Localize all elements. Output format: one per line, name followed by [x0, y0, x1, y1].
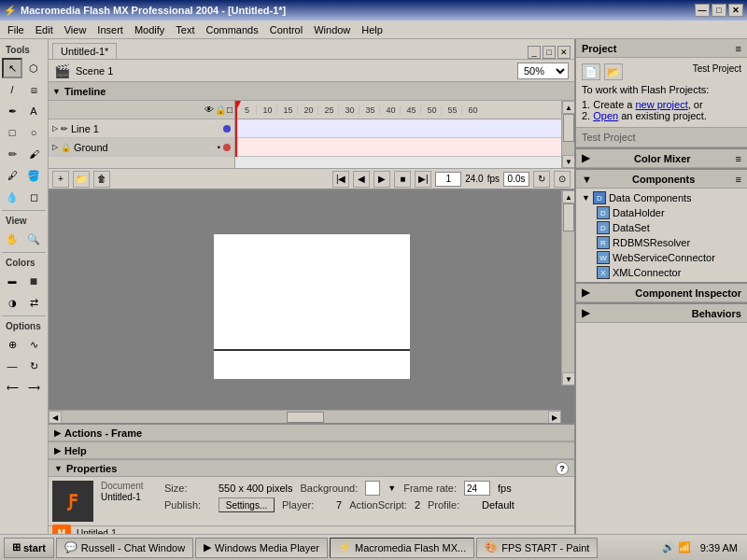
- doc-restore-btn[interactable]: □: [543, 46, 556, 59]
- taskbar-flash[interactable]: ⚡ Macromedia Flash MX...: [330, 538, 474, 558]
- outline-icon[interactable]: □: [227, 105, 233, 115]
- layer-eye-line1[interactable]: •: [212, 124, 215, 133]
- smooth-btn[interactable]: ∿: [23, 334, 44, 355]
- pencil-tool[interactable]: ✏: [2, 144, 22, 164]
- eye-icon[interactable]: 👁: [204, 105, 214, 115]
- components-options[interactable]: ≡: [736, 174, 741, 185]
- maximize-button[interactable]: □: [712, 4, 726, 17]
- canvas-hscroll-right[interactable]: ▶: [548, 411, 561, 423]
- start-button[interactable]: ⊞ start: [4, 538, 54, 558]
- scene-name[interactable]: Scene 1: [76, 65, 113, 77]
- project-open-btn[interactable]: 📂: [604, 63, 623, 80]
- layer-row-ground[interactable]: ▷ 🔒 Ground ✕ •: [49, 138, 234, 157]
- straighten-btn[interactable]: —: [2, 356, 22, 376]
- menu-window[interactable]: Window: [308, 22, 356, 37]
- close-button[interactable]: ✕: [728, 4, 743, 17]
- project-options-icon[interactable]: ≡: [736, 43, 741, 54]
- menu-help[interactable]: Help: [356, 22, 388, 37]
- canvas-vscroll-thumb[interactable]: [563, 203, 574, 231]
- canvas-area[interactable]: ▲ ▼ ◀ ▶: [49, 190, 574, 423]
- lock-icon[interactable]: 🔒: [215, 105, 226, 115]
- background-color-swatch[interactable]: [365, 481, 380, 496]
- properties-panel-header[interactable]: ▼ Properties ?: [49, 460, 574, 477]
- rotate-btn[interactable]: ↻: [23, 356, 44, 376]
- project-new-btn[interactable]: 📄: [582, 63, 600, 80]
- prev-frame-btn[interactable]: ◀: [353, 171, 370, 188]
- rect-tool[interactable]: □: [2, 122, 22, 143]
- taskbar-chat[interactable]: 💬 Russell - Chat Window: [56, 538, 193, 558]
- color-mixer-options[interactable]: ≡: [736, 153, 741, 164]
- behaviors-header[interactable]: ▶ Behaviors: [576, 304, 747, 323]
- webservice-item[interactable]: W WebServiceConnector: [578, 250, 745, 265]
- oval-tool[interactable]: ○: [23, 122, 44, 143]
- arrow-tool[interactable]: ↖: [2, 58, 22, 78]
- data-components-group[interactable]: ▼ D Data Components: [578, 190, 745, 205]
- open-project-link[interactable]: Open: [593, 110, 618, 121]
- delete-layer-btn[interactable]: 🗑: [93, 171, 110, 188]
- canvas-hscroll-thumb[interactable]: [287, 412, 324, 423]
- snap-btn[interactable]: ⊕: [2, 334, 22, 355]
- playhead[interactable]: [235, 101, 237, 157]
- dataset-item[interactable]: D DataSet: [578, 220, 745, 235]
- menu-edit[interactable]: Edit: [30, 22, 59, 37]
- time-input[interactable]: [503, 172, 529, 187]
- components-header[interactable]: ▼ Components ≡: [576, 170, 747, 189]
- rdbmsresolver-item[interactable]: R RDBMSResolver: [578, 235, 745, 250]
- loop-btn[interactable]: ↻: [533, 171, 550, 188]
- menu-view[interactable]: View: [59, 22, 92, 37]
- menu-text[interactable]: Text: [170, 22, 200, 37]
- first-frame-btn[interactable]: |◀: [332, 171, 349, 188]
- layer-eye-ground[interactable]: ✕: [207, 143, 215, 152]
- pen-tool[interactable]: ✒: [2, 101, 22, 121]
- fill-color[interactable]: ■: [23, 271, 44, 291]
- help-panel-header[interactable]: ▶ Help: [49, 442, 574, 459]
- menu-insert[interactable]: Insert: [92, 22, 129, 37]
- scale-fwd-btn[interactable]: ⟶: [23, 377, 44, 398]
- eyedrop-tool[interactable]: 💧: [2, 187, 22, 207]
- frame-rate-input[interactable]: [464, 481, 490, 496]
- settings-btn[interactable]: Settings...: [218, 497, 275, 512]
- scale-back-btn[interactable]: ⟵: [2, 377, 22, 398]
- hand-tool[interactable]: ✋: [2, 229, 22, 249]
- color-mixer-header[interactable]: ▶ Color Mixer ≡: [576, 149, 747, 168]
- bg-color-arrow[interactable]: ▼: [388, 483, 396, 493]
- menu-modify[interactable]: Modify: [129, 22, 170, 37]
- vscroll-down[interactable]: ▼: [562, 155, 574, 168]
- test-project-btn[interactable]: Test Project: [693, 63, 741, 80]
- actions-panel-header[interactable]: ▶ Actions - Frame: [49, 425, 574, 441]
- black-white-btn[interactable]: ◑: [2, 292, 22, 313]
- zoom-select[interactable]: 50% 25% 75% 100%: [517, 63, 569, 79]
- zoom-tool[interactable]: 🔍: [23, 229, 44, 249]
- canvas-vscroll-up[interactable]: ▲: [562, 190, 574, 203]
- menu-commands[interactable]: Commands: [200, 22, 263, 37]
- menu-control[interactable]: Control: [264, 22, 308, 37]
- add-layer-btn[interactable]: +: [52, 171, 69, 188]
- minimize-button[interactable]: —: [695, 4, 710, 17]
- add-folder-btn[interactable]: 📁: [73, 171, 90, 188]
- properties-help-btn[interactable]: ?: [556, 462, 569, 475]
- canvas-vscroll-down[interactable]: ▼: [562, 372, 574, 385]
- taskbar-paint[interactable]: 🎨 FPS START - Paint: [476, 538, 598, 558]
- timeline-collapse-icon[interactable]: ▼: [52, 87, 61, 96]
- line-tool[interactable]: /: [2, 79, 22, 100]
- layer-lock-ground[interactable]: •: [218, 143, 220, 152]
- brush-tool[interactable]: 🖌: [23, 144, 44, 164]
- vscroll-thumb[interactable]: [563, 114, 574, 142]
- paint-bucket-tool[interactable]: 🪣: [23, 165, 44, 186]
- doc-tab[interactable]: Untitled-1*: [52, 43, 117, 59]
- taskbar-media-player[interactable]: ▶ Windows Media Player: [195, 538, 328, 558]
- canvas-hscroll-left[interactable]: ◀: [49, 411, 62, 423]
- swap-colors-btn[interactable]: ⇄: [23, 292, 44, 313]
- subsel-tool[interactable]: ⬡: [23, 58, 44, 78]
- onion-btn[interactable]: ⊙: [554, 171, 571, 188]
- layer-lock-line1[interactable]: •: [218, 124, 220, 133]
- current-frame-input[interactable]: [435, 172, 461, 187]
- dataholder-item[interactable]: D DataHolder: [578, 205, 745, 220]
- lasso-tool[interactable]: ⧇: [23, 79, 44, 100]
- new-project-link[interactable]: new project: [635, 99, 687, 110]
- component-inspector-header[interactable]: ▶ Component Inspector: [576, 284, 747, 302]
- inkbottle-tool[interactable]: 🖋: [2, 165, 22, 186]
- menu-file[interactable]: File: [2, 22, 30, 37]
- vscroll-up[interactable]: ▲: [562, 101, 574, 114]
- test-project-label[interactable]: Test Project: [582, 132, 635, 143]
